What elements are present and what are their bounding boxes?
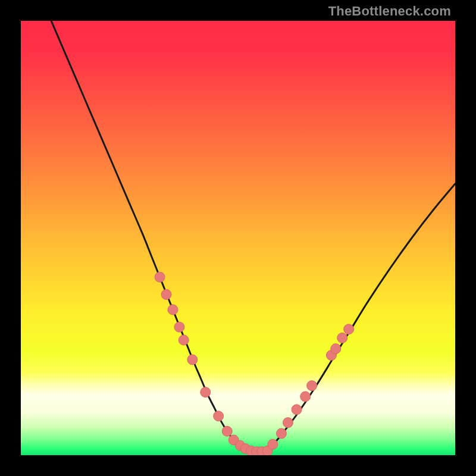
- curve-marker: [292, 405, 302, 415]
- curve-marker: [307, 381, 317, 391]
- curve-marker: [277, 428, 287, 439]
- curve-marker: [187, 355, 198, 365]
- curve-marker: [168, 305, 178, 315]
- curve-marker: [268, 439, 278, 449]
- bottleneck-curve: [51, 21, 455, 453]
- curve-marker: [283, 418, 293, 428]
- curve-marker: [155, 272, 165, 282]
- curve-marker: [178, 335, 189, 345]
- curve-marker: [337, 333, 347, 343]
- chart-frame: TheBottleneck.com: [0, 0, 476, 476]
- curve-markers: [155, 272, 354, 455]
- chart-svg: [21, 21, 455, 455]
- curve-marker: [331, 344, 341, 354]
- curve-marker: [174, 322, 184, 332]
- curve-marker: [161, 289, 171, 299]
- curve-marker: [222, 426, 232, 436]
- curve-marker: [201, 387, 211, 397]
- curve-marker: [214, 411, 224, 421]
- plot-area: [21, 21, 455, 455]
- curve-marker: [344, 324, 354, 334]
- curve-marker: [300, 392, 311, 402]
- watermark-text: TheBottleneck.com: [328, 4, 451, 19]
